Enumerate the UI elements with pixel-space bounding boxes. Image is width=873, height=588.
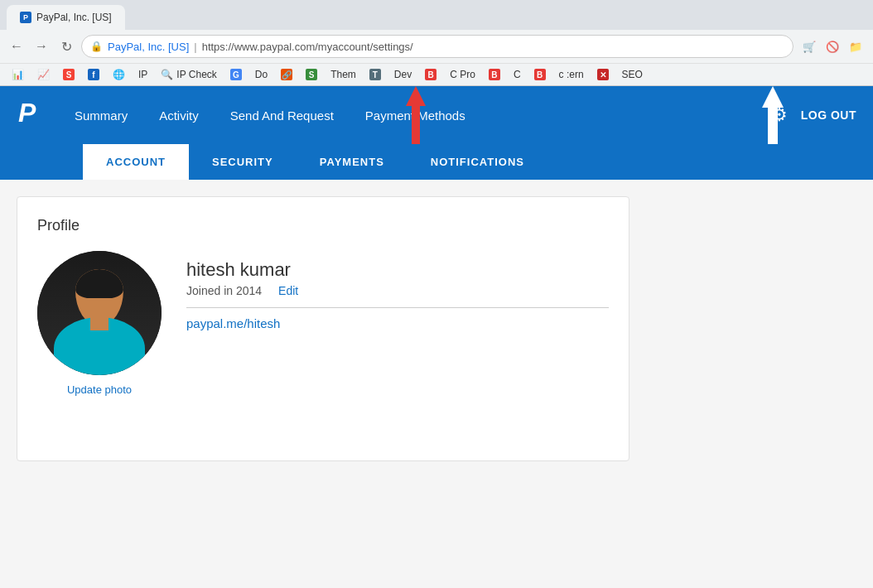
bookmark-pp[interactable]: 🔗 (276, 66, 297, 83)
profile-divider (186, 307, 609, 308)
back-button[interactable]: ← (7, 36, 27, 56)
bookmark-bar-chart[interactable]: 📊 (7, 66, 29, 83)
refresh-button[interactable]: ↻ (56, 36, 76, 56)
bookmark-google[interactable]: G (225, 66, 247, 83)
dev-label: Dev (394, 69, 412, 80)
logout-link[interactable]: LOG OUT (801, 108, 856, 122)
bookmark-s[interactable]: S (58, 66, 80, 83)
url-path: https://www.paypal.com/myaccount/setting… (202, 41, 413, 53)
bookmark-do[interactable]: Do (250, 66, 273, 83)
paypal-logo: P (17, 95, 46, 135)
s-icon: S (63, 69, 75, 80)
cpro-label: C Pro (450, 69, 475, 80)
blogger3-icon: B (534, 69, 546, 80)
profile-info: hitesh kumar Joined in 2014 Edit paypal.… (186, 251, 609, 331)
profile-joined-row: Joined in 2014 Edit (186, 284, 609, 297)
nav-link-payment-methods[interactable]: Payment Methods (362, 102, 469, 129)
ext-stop[interactable]: 🚫 (822, 36, 843, 57)
blogger1-icon: B (425, 69, 436, 80)
ext-amazon[interactable]: 🛒 (798, 36, 820, 57)
nav-links: Summary Activity Send And Request Paymen… (71, 102, 771, 129)
bookmark-seo[interactable]: SEO (617, 66, 648, 83)
browser-chrome: P PayPal, Inc. [US] ← → ↻ 🔒 PayPal, Inc.… (0, 0, 873, 86)
do-label: Do (255, 69, 268, 80)
t-icon: T (369, 69, 381, 80)
nav-link-activity[interactable]: Activity (156, 102, 202, 129)
facebook-icon: f (88, 69, 99, 80)
paypal-nav-container: P Summary Activity Send And Request Paym… (0, 86, 873, 144)
bookmark-ip-short[interactable]: IP (133, 66, 152, 83)
forward-button[interactable]: → (31, 36, 51, 56)
svg-text:P: P (18, 98, 36, 128)
chain-icon: 🔗 (281, 69, 292, 80)
bookmark-t[interactable]: T (364, 66, 386, 83)
profile-section-title: Profile (37, 217, 609, 234)
profile-joined: Joined in 2014 (186, 284, 262, 297)
bookmark-blogger3[interactable]: B (529, 66, 551, 83)
sub-nav-security[interactable]: SECURITY (189, 144, 297, 180)
update-photo-link[interactable]: Update photo (67, 383, 132, 396)
active-tab[interactable]: P PayPal, Inc. [US] (7, 5, 125, 30)
tab-title: PayPal, Inc. [US] (36, 12, 112, 23)
profile-card: Profile Update photo (17, 196, 629, 461)
bar-chart-icon: 📊 (12, 69, 24, 80)
ip-short-label: IP (138, 69, 147, 80)
bookmark-cern[interactable]: c :ern (554, 66, 589, 83)
paypal-me-link[interactable]: paypal.me/hitesh (186, 316, 280, 330)
ext-folder[interactable]: 📁 (845, 36, 866, 57)
sub-nav-notifications[interactable]: NOTIFICATIONS (408, 144, 547, 180)
bookmark-them[interactable]: Them (326, 66, 361, 83)
x-icon: ✕ (597, 69, 609, 80)
magnifier-icon: 🔍 (161, 69, 173, 80)
blogger2-icon: B (489, 69, 500, 80)
bookmark-blogger2[interactable]: B (484, 66, 505, 83)
browser-extensions: 🛒 🚫 📁 (798, 36, 866, 57)
avatar (37, 251, 162, 375)
sub-nav-account[interactable]: ACCOUNT (83, 144, 189, 180)
main-content: Profile Update photo (0, 180, 873, 478)
cern-label: c :ern (559, 69, 584, 80)
tab-bar: P PayPal, Inc. [US] (0, 0, 873, 30)
bookmark-x[interactable]: ✕ (592, 66, 614, 83)
bookmark-globe[interactable]: 🌐 (108, 66, 130, 83)
bookmark-facebook[interactable]: f (83, 66, 104, 83)
bookmark-s2[interactable]: S (301, 66, 322, 83)
globe-icon: 🌐 (113, 69, 125, 80)
bookmark-blogger1[interactable]: B (420, 66, 441, 83)
google-icon: G (230, 69, 242, 80)
them-label: Them (330, 69, 356, 80)
address-bar-row: ← → ↻ 🔒 PayPal, Inc. [US] | https://www.… (0, 30, 873, 63)
gear-settings-button[interactable]: ⚙ (771, 104, 788, 126)
address-bar[interactable]: 🔒 PayPal, Inc. [US] | https://www.paypal… (81, 35, 793, 58)
bookmark-dev[interactable]: Dev (389, 66, 417, 83)
s2-icon: S (306, 69, 317, 80)
profile-name: hitesh kumar (186, 259, 609, 281)
nav-right: ⚙ LOG OUT (771, 104, 856, 126)
c-label: C (514, 69, 521, 80)
tab-favicon: P (20, 12, 31, 23)
bookmark-cpro[interactable]: C Pro (445, 66, 480, 83)
seo-label: SEO (622, 69, 643, 80)
settings-sub-nav: ACCOUNT SECURITY PAYMENTS NOTIFICATIONS (0, 144, 873, 180)
line-chart-icon: 📈 (37, 69, 50, 80)
ip-check-label: IP Check (176, 69, 216, 80)
bookmark-c[interactable]: C (509, 66, 526, 83)
bookmark-ip-check[interactable]: 🔍 IP Check (156, 66, 221, 83)
nav-link-send-request[interactable]: Send And Request (227, 102, 337, 129)
sub-nav-payments[interactable]: PAYMENTS (297, 144, 408, 180)
url-separator: | (194, 41, 196, 53)
url-secure-label: PayPal, Inc. [US] (108, 41, 189, 53)
nav-link-summary[interactable]: Summary (71, 102, 131, 129)
bookmark-line-chart[interactable]: 📈 (32, 66, 55, 83)
paypal-nav: P Summary Activity Send And Request Paym… (0, 86, 873, 144)
profile-photo-section: Update photo (37, 251, 162, 396)
edit-profile-link[interactable]: Edit (278, 284, 298, 297)
lock-icon: 🔒 (90, 41, 103, 52)
profile-body: Update photo hitesh kumar Joined in 2014… (37, 251, 609, 396)
bookmarks-bar: 📊 📈 S f 🌐 IP 🔍 IP Check G Do 🔗 (0, 63, 873, 85)
